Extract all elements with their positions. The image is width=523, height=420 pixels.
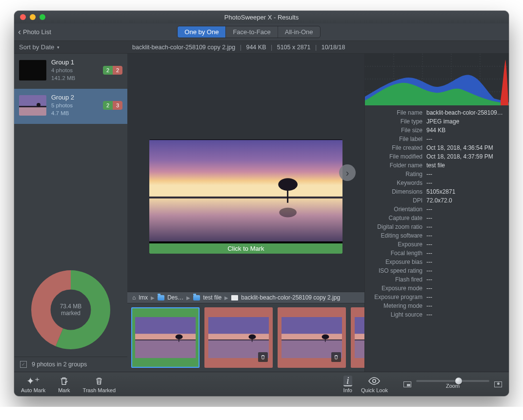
main-content: Group 1 4 photos 141.2 MB 2 2 Group 2 5 …: [14, 54, 509, 372]
auto-mark-button[interactable]: ✦⁺ Auto Mark: [21, 376, 45, 393]
zoom-out-icon[interactable]: [403, 381, 411, 387]
image-viewer: Click to Mark ›: [127, 54, 364, 292]
meta-key: Exposure bias: [370, 258, 426, 266]
meta-row: Flash fired ---: [370, 275, 504, 284]
group-item[interactable]: Group 2 5 photos 4.7 MB 2 3: [14, 89, 127, 124]
breadcrumb-item[interactable]: test file: [203, 294, 221, 301]
breadcrumb-item[interactable]: lmx: [139, 294, 148, 301]
trash-marked-button[interactable]: Trash Marked: [83, 376, 116, 393]
meta-key: Flash fired: [370, 275, 426, 284]
meta-value: ---: [426, 135, 504, 143]
home-icon: ⌂: [132, 294, 136, 301]
svg-rect-17: [179, 337, 179, 342]
meta-key: Rating: [370, 170, 426, 179]
eye-icon: [368, 376, 381, 386]
sunset-photo-icon: [149, 140, 342, 242]
folder-icon: [158, 295, 164, 300]
svg-point-11: [279, 208, 297, 218]
document-icon: [231, 295, 238, 300]
view-mode-segmented: One by One Face-to-Face All-in-One: [177, 26, 320, 38]
svg-point-49: [373, 379, 376, 382]
seg-all-in-one[interactable]: All-in-One: [278, 26, 320, 38]
group-size: 141.2 MB: [51, 75, 75, 82]
meta-row: DPI 72.0x72.0: [370, 196, 504, 205]
close-window-button[interactable]: [20, 14, 26, 20]
meta-key: Focal length: [370, 249, 426, 258]
meta-key: File created: [370, 143, 426, 152]
meta-value: Oct 18, 2018, 4:36:54 PM: [426, 143, 504, 152]
filmstrip-item[interactable]: [278, 307, 346, 368]
trash-icon: [258, 352, 268, 362]
seg-one-by-one[interactable]: One by One: [178, 26, 226, 38]
filmstrip: [127, 303, 364, 372]
donut-chart-wrap: 73.4 MB marked: [14, 260, 127, 357]
metadata-list: File name backlit-beach-color-258109…Fil…: [365, 105, 509, 372]
meta-row: ISO speed rating ---: [370, 266, 504, 275]
mark-button[interactable]: Mark: [58, 376, 70, 393]
meta-row: Folder name test file: [370, 161, 504, 170]
svg-rect-14: [135, 340, 196, 358]
file-name: backlit-beach-color-258109 copy 2.jpg: [132, 44, 235, 51]
meta-key: Exposure mode: [370, 284, 426, 293]
meta-value: 5105x2871: [426, 187, 504, 196]
histogram: [365, 54, 509, 105]
bottom-toolbar: ✦⁺ Auto Mark Mark Trash Marked i Info: [14, 372, 509, 396]
badge-mark-count: 3: [113, 101, 122, 110]
group-thumbnail: [19, 95, 46, 116]
meta-row: Keywords ---: [370, 179, 504, 187]
meta-row: Exposure ---: [370, 240, 504, 249]
file-size: 944 KB: [246, 44, 266, 51]
meta-value: 72.0x72.0: [426, 196, 504, 205]
checkbox-icon[interactable]: ✓: [20, 361, 27, 368]
meta-key: DPI: [370, 196, 426, 205]
center-pane: Click to Mark › ⌂ lmx ▶ Des… ▶ test file…: [127, 54, 364, 372]
meta-row: Digital zoom ratio ---: [370, 222, 504, 231]
minimize-window-button[interactable]: [30, 14, 36, 20]
svg-point-10: [278, 178, 298, 191]
sort-label: Sort by Date: [19, 43, 54, 51]
group-name: Group 2: [51, 94, 74, 101]
chevron-left-icon: ‹: [18, 27, 21, 37]
info-button[interactable]: i Info: [343, 376, 352, 393]
meta-row: File created Oct 18, 2018, 4:36:54 PM: [370, 143, 504, 152]
window-title: PhotoSweeper X - Results: [14, 14, 509, 21]
sort-dropdown[interactable]: Sort by Date ▾: [14, 43, 127, 51]
window-controls: [20, 14, 45, 20]
filmstrip-item[interactable]: [131, 307, 200, 368]
svg-rect-33: [355, 340, 364, 340]
meta-value: JPEG image: [426, 117, 504, 126]
quick-look-button[interactable]: Quick Look: [361, 376, 388, 393]
status-text: 9 photos in 2 groups: [32, 361, 87, 368]
file-info-header: backlit-beach-color-258109 copy 2.jpg | …: [127, 44, 364, 51]
filmstrip-item[interactable]: [351, 307, 364, 368]
zoom-in-icon[interactable]: [494, 381, 502, 387]
seg-face-to-face[interactable]: Face-to-Face: [226, 26, 278, 38]
filmstrip-item[interactable]: [204, 307, 273, 368]
zoom-window-button[interactable]: [40, 14, 45, 20]
next-image-button[interactable]: ›: [339, 164, 356, 181]
meta-key: Digital zoom ratio: [370, 222, 426, 231]
back-button[interactable]: ‹ Photo List: [18, 27, 51, 37]
breadcrumb-item[interactable]: backlit-beach-color-258109 copy 2.jpg: [241, 294, 340, 301]
svg-rect-0: [19, 95, 46, 107]
svg-rect-15: [135, 340, 196, 340]
meta-row: File modified Oct 18, 2018, 4:37:59 PM: [370, 152, 504, 161]
file-date: 10/18/18: [322, 44, 345, 51]
breadcrumb-item[interactable]: Des…: [167, 294, 183, 301]
trash-icon: [94, 376, 104, 386]
meta-row: Light source ---: [370, 310, 504, 319]
meta-value: Oct 18, 2018, 4:37:59 PM: [426, 152, 504, 161]
svg-rect-29: [325, 337, 325, 342]
slider-knob[interactable]: [455, 378, 462, 384]
folder-icon: [193, 295, 200, 300]
meta-row: Rating ---: [370, 170, 504, 179]
zoom-slider[interactable]: [416, 380, 489, 382]
svg-rect-32: [355, 340, 364, 358]
group-item[interactable]: Group 1 4 photos 141.2 MB 2 2: [14, 54, 127, 89]
meta-key: Metering mode: [370, 301, 426, 310]
svg-rect-2: [19, 106, 46, 107]
preview-image[interactable]: Click to Mark: [149, 140, 342, 254]
group-name: Group 1: [51, 59, 75, 66]
app-window: PhotoSweeper X - Results ‹ Photo List On…: [14, 11, 509, 396]
click-to-mark-button[interactable]: Click to Mark: [149, 243, 342, 254]
